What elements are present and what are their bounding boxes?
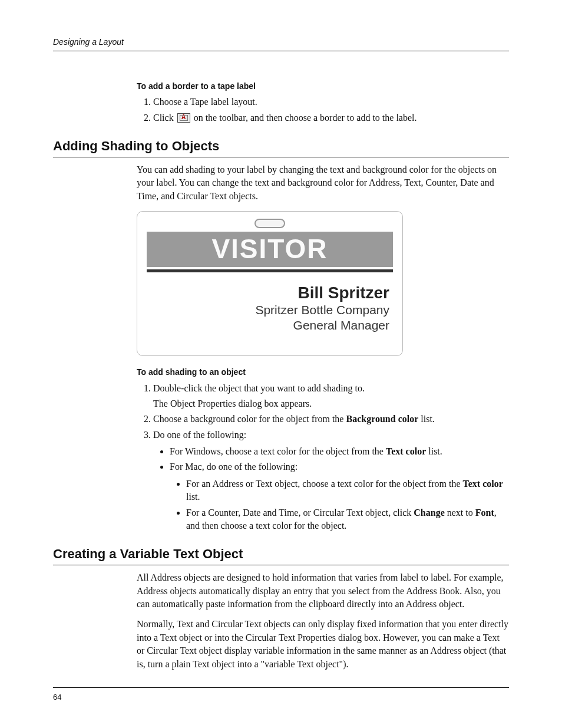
border-toolbar-icon	[177, 113, 190, 123]
text: For Windows, choose a text color for the…	[170, 446, 386, 456]
text: For Mac, do one of the following:	[170, 462, 297, 472]
proc-step: Choose a background color for the object…	[153, 413, 509, 426]
running-head: Designing a Layout	[53, 37, 509, 48]
page-number: 64	[53, 693, 61, 701]
procedure-add-border: To add a border to a tape label Choose a…	[137, 81, 509, 124]
footer-rule	[53, 687, 509, 688]
page-footer: 64	[53, 687, 509, 703]
visitor-band: VISITOR	[147, 232, 393, 267]
visitor-name: Bill Spritzer	[147, 284, 393, 302]
ui-term: Text color	[386, 446, 426, 456]
text: Click	[153, 113, 176, 123]
header-rule	[53, 51, 509, 51]
list-item: For Windows, choose a text color for the…	[170, 445, 509, 458]
text: list.	[418, 414, 435, 424]
badge-clip-icon	[254, 219, 285, 228]
proc-step: Do one of the following: For Windows, ch…	[153, 429, 509, 533]
text: Choose a background color for the object…	[153, 414, 346, 424]
section-body-variable-text: All Address objects are designed to hold…	[137, 571, 509, 671]
bullet-list: For Windows, choose a text color for the…	[153, 445, 509, 532]
section-body-shading: You can add shading to your label by cha…	[137, 163, 509, 533]
list-item: For a Counter, Date and Time, or Circula…	[186, 506, 509, 533]
page: Designing a Layout To add a border to a …	[0, 0, 562, 728]
ui-term: Font	[475, 508, 494, 518]
visitor-company: Spritzer Bottle Company	[147, 302, 393, 318]
visitor-label-figure: VISITOR Bill Spritzer Spritzer Bottle Co…	[137, 211, 403, 356]
section-heading-shading: Adding Shading to Objects	[53, 137, 509, 157]
visitor-role: General Manager	[147, 318, 393, 333]
paragraph: Normally, Text and Circular Text objects…	[137, 618, 509, 671]
ui-term: Change	[414, 508, 444, 518]
bullet-list: For an Address or Text object, choose a …	[170, 477, 509, 533]
proc-step: Double-click the object that you want to…	[153, 382, 509, 411]
paragraph: You can add shading to your label by cha…	[137, 163, 509, 203]
text: For a Counter, Date and Time, or Circula…	[186, 508, 414, 518]
text: The Object Properties dialog box appears…	[153, 397, 509, 410]
text: For an Address or Text object, choose a …	[186, 479, 463, 489]
ui-term: Text color	[463, 479, 503, 489]
paragraph: All Address objects are designed to hold…	[137, 571, 509, 611]
proc-step: Choose a Tape label layout.	[153, 95, 509, 108]
proc-title: To add a border to a tape label	[137, 81, 509, 93]
text: Do one of the following:	[153, 430, 246, 440]
text: next to	[445, 508, 475, 518]
list-item: For Mac, do one of the following: For an…	[170, 460, 509, 532]
band-underline	[147, 269, 393, 272]
text: list.	[426, 446, 442, 456]
ui-term: Background color	[346, 414, 418, 424]
text: list.	[186, 492, 200, 502]
list-item: For an Address or Text object, choose a …	[186, 477, 509, 504]
proc-steps: Double-click the object that you want to…	[137, 382, 509, 533]
proc-step: Click on the toolbar, and then choose a …	[153, 111, 509, 124]
text: Double-click the object that you want to…	[153, 383, 365, 393]
text: on the toolbar, and then choose a border…	[191, 113, 417, 123]
proc-steps: Choose a Tape label layout. Click on the…	[137, 95, 509, 124]
section-heading-variable-text: Creating a Variable Text Object	[53, 545, 509, 565]
proc-title: To add shading to an object	[137, 367, 509, 378]
